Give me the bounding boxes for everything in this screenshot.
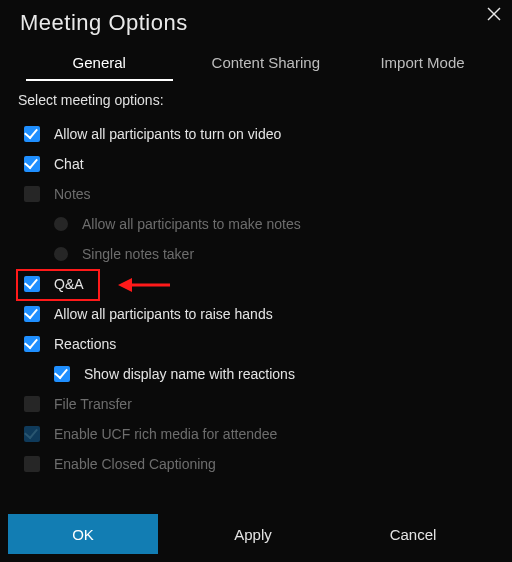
option-enable-ucf: Enable UCF rich media for attendee	[18, 420, 494, 448]
tab-content-sharing[interactable]: Content Sharing	[185, 48, 348, 91]
option-notes-allow-all: Allow all participants to make notes	[18, 210, 494, 238]
option-label: Single notes taker	[82, 246, 194, 262]
apply-button[interactable]: Apply	[178, 514, 328, 554]
radio-notes-allow-all	[54, 217, 68, 231]
option-file-transfer[interactable]: File Transfer	[18, 390, 494, 418]
option-label: Enable Closed Captioning	[54, 456, 216, 472]
close-icon	[487, 7, 501, 21]
option-closed-captioning[interactable]: Enable Closed Captioning	[18, 450, 494, 478]
option-label: Chat	[54, 156, 84, 172]
close-button[interactable]	[482, 2, 506, 26]
option-label: Allow all participants to raise hands	[54, 306, 273, 322]
option-notes-single: Single notes taker	[18, 240, 494, 268]
dialog-title: Meeting Options	[20, 10, 188, 36]
option-qa[interactable]: Q&A	[18, 270, 494, 298]
option-label: Allow all participants to turn on video	[54, 126, 281, 142]
option-label: Q&A	[54, 276, 84, 292]
checkbox-reactions[interactable]	[24, 336, 40, 352]
checkbox-qa[interactable]	[24, 276, 40, 292]
option-notes[interactable]: Notes	[18, 180, 494, 208]
button-label: Apply	[234, 526, 272, 543]
option-label: File Transfer	[54, 396, 132, 412]
checkbox-notes[interactable]	[24, 186, 40, 202]
checkbox-closed-captioning[interactable]	[24, 456, 40, 472]
tab-general[interactable]: General	[18, 48, 181, 91]
checkbox-allow-video[interactable]	[24, 126, 40, 142]
option-label: Notes	[54, 186, 91, 202]
tab-label: Content Sharing	[212, 54, 320, 71]
checkbox-chat[interactable]	[24, 156, 40, 172]
option-label: Show display name with reactions	[84, 366, 295, 382]
tab-label: General	[73, 54, 126, 71]
option-show-display-name[interactable]: Show display name with reactions	[18, 360, 494, 388]
button-label: Cancel	[390, 526, 437, 543]
option-allow-video[interactable]: Allow all participants to turn on video	[18, 120, 494, 148]
option-label: Enable UCF rich media for attendee	[54, 426, 277, 442]
option-raise-hands[interactable]: Allow all participants to raise hands	[18, 300, 494, 328]
tab-import-mode[interactable]: Import Mode	[351, 48, 494, 91]
option-label: Allow all participants to make notes	[82, 216, 301, 232]
checkbox-show-display-name[interactable]	[54, 366, 70, 382]
section-label: Select meeting options:	[18, 92, 494, 108]
dialog-footer: OK Apply Cancel	[0, 514, 512, 562]
checkbox-enable-ucf	[24, 426, 40, 442]
ok-button[interactable]: OK	[8, 514, 158, 554]
radio-notes-single	[54, 247, 68, 261]
option-label: Reactions	[54, 336, 116, 352]
cancel-button[interactable]: Cancel	[338, 514, 488, 554]
option-reactions[interactable]: Reactions	[18, 330, 494, 358]
option-chat[interactable]: Chat	[18, 150, 494, 178]
meeting-options-window: Meeting Options General Content Sharing …	[0, 0, 512, 562]
tab-bar: General Content Sharing Import Mode	[0, 48, 512, 91]
options-body: Select meeting options: Allow all partic…	[18, 92, 494, 506]
tab-label: Import Mode	[380, 54, 464, 71]
checkbox-raise-hands[interactable]	[24, 306, 40, 322]
button-label: OK	[72, 526, 94, 543]
checkbox-file-transfer[interactable]	[24, 396, 40, 412]
